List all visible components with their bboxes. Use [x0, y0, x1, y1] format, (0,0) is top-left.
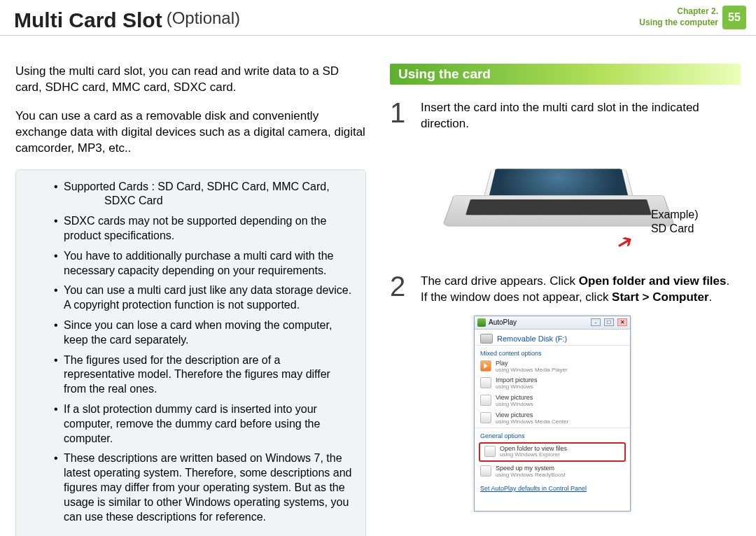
open-sub: using Windows Explorer	[500, 452, 567, 458]
step-2-e: Start > Computer	[612, 290, 708, 304]
autoplay-option-import[interactable]: Import pictures using Windows	[475, 375, 630, 393]
autoplay-option-speed[interactable]: Speed up my system using Windows ReadyBo…	[475, 463, 630, 481]
autoplay-option-view2[interactable]: View pictures using Windows Media Center	[475, 410, 630, 428]
intro-para-2: You can use a card as a removable disk a…	[15, 108, 366, 157]
step-2-number: 2	[390, 274, 411, 306]
note-item-6: The figures used for the description are…	[54, 353, 354, 397]
step-1-text: Insert the card into the multi card slot…	[421, 100, 741, 132]
section-heading: Using the card	[390, 64, 741, 85]
note-item-2: SDXC cards may not be supported dependin…	[54, 214, 354, 244]
page-title-main: Multi Card Slot	[14, 8, 162, 32]
view2-icon	[480, 412, 491, 423]
right-column: Using the card 1 Insert the card into th…	[390, 64, 741, 536]
disk-name: Removable Disk (F:)	[497, 334, 567, 343]
play-icon	[480, 360, 491, 372]
laptop-keyboard	[465, 199, 652, 215]
sd-arrow-icon: ➔	[612, 228, 637, 256]
autoplay-group-mixed: Mixed content options	[475, 345, 630, 358]
autoplay-option-open[interactable]: Open folder to view files using Windows …	[480, 444, 624, 461]
play-sub: using Windows Media Player	[496, 367, 568, 374]
step-2: 2 The card drive appears. Click Open fol…	[390, 274, 741, 306]
speed-sub: using Windows ReadyBoost	[496, 472, 566, 479]
note-list: Supported Cards : SD Card, SDHC Card, MM…	[54, 180, 354, 530]
close-button[interactable]: ✕	[617, 318, 627, 326]
autoplay-highlight: Open folder to view files using Windows …	[479, 442, 626, 463]
autoplay-window: AutoPlay - □ ✕ Removable Disk (F:) Mixed…	[474, 316, 631, 512]
header-right: Chapter 2. Using the computer 55	[639, 6, 746, 29]
content-columns: Using the multi card slot, you can read …	[0, 36, 756, 536]
sd-label-line2: SD Card	[651, 222, 699, 236]
note-item-8: These descriptions are written based on …	[54, 451, 354, 524]
step-2-f: .	[709, 290, 713, 304]
note-item-4: You can use a multi card just like any d…	[54, 283, 354, 313]
note-item-1b: SDXC Card	[64, 194, 354, 209]
view2-sub: using Windows Media Center	[496, 419, 568, 425]
autoplay-group-general: General options	[475, 428, 630, 441]
maximize-button[interactable]: □	[604, 318, 614, 326]
laptop-figure: ➔ Example) SD Card	[433, 142, 699, 261]
autoplay-app-icon	[477, 318, 486, 327]
step-2-c: .	[727, 274, 730, 288]
page-title-sub: (Optional)	[167, 8, 240, 28]
import-sub: using Windows	[496, 384, 538, 390]
laptop-screen	[489, 169, 629, 198]
step-1: 1 Insert the card into the multi card sl…	[390, 100, 741, 132]
autoplay-disk-row: Removable Disk (F:)	[475, 330, 630, 345]
speed-icon	[480, 465, 491, 477]
note-item-7: If a slot protection dummy card is inser…	[54, 402, 354, 446]
note-item-1: Supported Cards : SD Card, SDHC Card, MM…	[54, 180, 354, 209]
note-item-1a: Supported Cards : SD Card, SDHC Card, MM…	[64, 181, 330, 192]
import-icon	[480, 377, 491, 388]
step-2-text: The card drive appears. Click Open folde…	[421, 274, 741, 306]
note-item-3: You have to additionally purchase a mult…	[54, 249, 354, 278]
sd-card-label: Example) SD Card	[651, 208, 699, 236]
disk-icon	[480, 334, 493, 344]
open-folder-icon	[484, 446, 496, 457]
intro-para-1: Using the multi card slot, you can read …	[15, 64, 366, 96]
chapter-label: Chapter 2. Using the computer	[639, 6, 718, 28]
note-item-5: Since you can lose a card when moving th…	[54, 318, 354, 348]
page-number-badge: 55	[722, 6, 746, 29]
minimize-button[interactable]: -	[591, 318, 601, 326]
autoplay-title: AutoPlay	[489, 318, 587, 326]
chapter-line2: Using the computer	[639, 17, 718, 29]
left-column: Using the multi card slot, you can read …	[15, 64, 366, 536]
page-header: Multi Card Slot (Optional) Chapter 2. Us…	[0, 0, 756, 36]
chapter-line1: Chapter 2.	[639, 6, 718, 17]
step-2-a: The card drive appears. Click	[421, 274, 579, 288]
view1-sub: using Windows	[496, 402, 533, 408]
view1-icon	[480, 395, 491, 406]
autoplay-option-play[interactable]: Play using Windows Media Player	[475, 358, 630, 376]
step-1-number: 1	[390, 100, 411, 132]
autoplay-footer-link[interactable]: Set AutoPlay defaults in Control Panel	[475, 481, 630, 498]
sd-label-line1: Example)	[651, 208, 699, 222]
step-2-d: If the window does not appear, click	[421, 290, 612, 304]
autoplay-option-view1[interactable]: View pictures using Windows	[475, 393, 630, 410]
note-box: ✎ Supported Cards : SD Card, SDHC Card, …	[15, 169, 366, 536]
autoplay-titlebar: AutoPlay - □ ✕	[475, 316, 630, 330]
step-2-b: Open folder and view files	[579, 274, 727, 288]
